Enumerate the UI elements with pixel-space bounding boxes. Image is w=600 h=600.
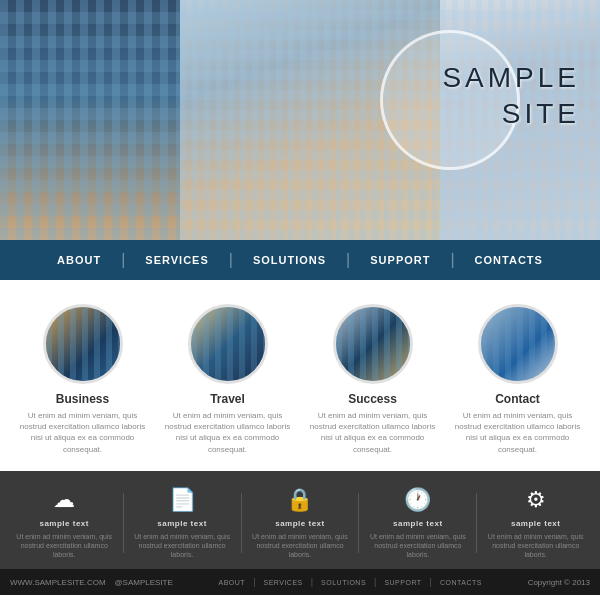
bottom-clock-title: sample text (393, 519, 443, 528)
hero-title: SAMPLE SITE (442, 60, 580, 133)
clock-icon: 🕐 (404, 487, 431, 513)
bottom-item-gear: ⚙ sample text Ut enim ad minim veniam, q… (486, 487, 586, 559)
bottom-divider-2 (241, 493, 242, 553)
main-navbar: ABOUT | SERVICES | SOLUTIONS | SUPPORT |… (0, 240, 600, 280)
bottom-divider-3 (358, 493, 359, 553)
bottom-doc-text: Ut enim ad minim veniam, quis nostrud ex… (132, 532, 232, 559)
bottom-item-clock: 🕐 sample text Ut enim ad minim veniam, q… (368, 487, 468, 559)
feature-contact: Contact Ut enim ad minim veniam, quis no… (453, 304, 583, 455)
cloud-icon: ☁ (53, 487, 75, 513)
nav-about[interactable]: ABOUT (37, 240, 121, 280)
bottom-clock-text: Ut enim ad minim veniam, quis nostrud ex… (368, 532, 468, 559)
footer-copyright: Copyright © 2013 (528, 578, 590, 587)
document-icon: 📄 (169, 487, 196, 513)
bottom-item-cloud: ☁ sample text Ut enim ad minim veniam, q… (14, 487, 114, 559)
nav-contacts[interactable]: CONTACTS (455, 240, 563, 280)
footer-nav-support[interactable]: SUPPORT (384, 579, 421, 586)
bottom-item-doc: 📄 sample text Ut enim ad minim veniam, q… (132, 487, 232, 559)
feature-contact-text: Ut enim ad minim veniam, quis nostrud ex… (453, 410, 583, 455)
bottom-lock-text: Ut enim ad minim veniam, quis nostrud ex… (250, 532, 350, 559)
nav-support[interactable]: SUPPORT (350, 240, 450, 280)
feature-success: Success Ut enim ad minim veniam, quis no… (308, 304, 438, 455)
hero-section: SAMPLE SITE (0, 0, 600, 240)
features-section: Business Ut enim ad minim veniam, quis n… (0, 280, 600, 471)
feature-business-image (43, 304, 123, 384)
bottom-features-bar: ☁ sample text Ut enim ad minim veniam, q… (0, 471, 600, 569)
bottom-cloud-text: Ut enim ad minim veniam, quis nostrud ex… (14, 532, 114, 559)
bottom-divider-1 (123, 493, 124, 553)
gear-icon: ⚙ (526, 487, 546, 513)
footer-nav-solutions[interactable]: SOLUTIONS (321, 579, 366, 586)
footer-nav: ABOUT | SERVICES | SOLUTIONS | SUPPORT |… (219, 577, 482, 587)
nav-services[interactable]: SERVICES (125, 240, 228, 280)
footer-nav-about[interactable]: ABOUT (219, 579, 246, 586)
feature-success-text: Ut enim ad minim veniam, quis nostrud ex… (308, 410, 438, 455)
feature-contact-image (478, 304, 558, 384)
feature-success-image (333, 304, 413, 384)
feature-business-text: Ut enim ad minim veniam, quis nostrud ex… (18, 410, 148, 455)
feature-travel-title: Travel (163, 392, 293, 406)
page-footer: WWW.SAMPLESITE.COM @SAMPLESITE ABOUT | S… (0, 569, 600, 595)
feature-contact-title: Contact (453, 392, 583, 406)
feature-business: Business Ut enim ad minim veniam, quis n… (18, 304, 148, 455)
feature-success-title: Success (308, 392, 438, 406)
bottom-gear-title: sample text (511, 519, 561, 528)
bottom-divider-4 (476, 493, 477, 553)
nav-solutions[interactable]: SOLUTIONS (233, 240, 346, 280)
feature-business-title: Business (18, 392, 148, 406)
bottom-gear-text: Ut enim ad minim veniam, quis nostrud ex… (486, 532, 586, 559)
bottom-lock-title: sample text (275, 519, 325, 528)
feature-travel-image (188, 304, 268, 384)
bottom-doc-title: sample text (157, 519, 207, 528)
footer-nav-contacts[interactable]: CONTACTS (440, 579, 482, 586)
feature-travel-text: Ut enim ad minim veniam, quis nostrud ex… (163, 410, 293, 455)
lock-icon: 🔒 (286, 487, 313, 513)
footer-website: WWW.SAMPLESITE.COM @SAMPLESITE (10, 578, 173, 587)
feature-travel: Travel Ut enim ad minim veniam, quis nos… (163, 304, 293, 455)
bottom-item-lock: 🔒 sample text Ut enim ad minim veniam, q… (250, 487, 350, 559)
bottom-cloud-title: sample text (39, 519, 89, 528)
footer-nav-services[interactable]: SERVICES (263, 579, 302, 586)
